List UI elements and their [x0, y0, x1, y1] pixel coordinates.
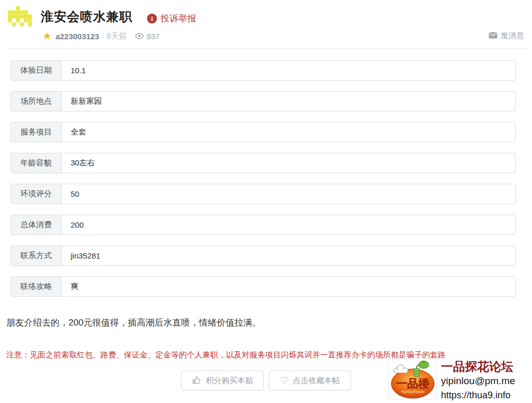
field-label: 总体消费 [10, 215, 62, 235]
field-label: 服务项目 [10, 122, 62, 142]
field-value[interactable]: 全套 [62, 122, 516, 142]
favorite-post-label: 点击收藏本帖 [293, 376, 340, 386]
field-value[interactable]: 200 [62, 215, 516, 235]
field-value[interactable]: 新新家园 [62, 91, 516, 111]
field-row-total-cost: 总体消费 200 [10, 215, 516, 235]
field-label: 联系方式 [10, 245, 62, 266]
report-label: 投诉举报 [161, 13, 196, 25]
field-row-experience-date: 体验日期 10.1 [10, 60, 516, 81]
field-value[interactable]: 10.1 [62, 60, 516, 81]
buy-post-label: 积分购买本贴 [206, 376, 253, 386]
site-logo: 一品楼 YipinlouForum [389, 358, 437, 400]
post-time: 8天前 [107, 31, 127, 41]
field-label: 体验日期 [10, 60, 62, 81]
send-message-label: 发消息 [501, 31, 524, 41]
post-title: 淮安会喷水兼职 [41, 8, 132, 25]
field-value[interactable]: jin35281 [62, 245, 516, 266]
field-row-age-looks: 年龄容貌 30左右 [10, 153, 516, 173]
envelope-icon [489, 31, 497, 40]
info-icon: i [147, 14, 157, 24]
field-label: 环境评分 [10, 184, 62, 204]
field-value[interactable]: 50 [62, 184, 516, 204]
field-label: 年龄容貌 [10, 153, 62, 173]
field-value[interactable]: 爽 [62, 276, 516, 297]
site-name: 一品探花论坛 [441, 359, 515, 374]
favorite-post-button[interactable]: ♡ 点击收藏本帖 [269, 371, 350, 390]
logo-subtext: YipinlouForum [401, 390, 425, 394]
thumbs-up-icon [192, 375, 201, 386]
site-email: yipinlou@pm.me [441, 374, 515, 388]
field-row-service: 服务项目 全套 [10, 122, 516, 142]
star-icon: ★ [43, 30, 51, 42]
send-message-button[interactable]: 发消息 [489, 31, 524, 41]
buy-post-button[interactable]: 积分购买本贴 [181, 371, 264, 390]
field-row-contact: 联系方式 jin35281 [10, 245, 516, 266]
logo-text: 一品楼 [397, 377, 430, 389]
site-info: 一品探花论坛 yipinlou@pm.me https://thua9.info [441, 359, 515, 402]
forum-pixel-icon [8, 6, 32, 32]
views-eye-icon [135, 33, 144, 39]
field-label: 场所地点 [10, 91, 62, 111]
field-label: 联络攻略 [10, 276, 62, 297]
heart-icon: ♡ [280, 376, 288, 385]
header-divider [5, 48, 527, 49]
field-row-location: 场所地点 新新家园 [10, 91, 516, 111]
field-row-env-score: 环境评分 50 [10, 184, 516, 204]
field-value[interactable]: 30左右 [62, 153, 516, 173]
view-count: 937 [146, 32, 160, 41]
site-url: https://thua9.info [441, 388, 515, 402]
field-row-contact-guide: 联络攻略 爽 [10, 276, 516, 297]
report-link[interactable]: i 投诉举报 [147, 13, 196, 25]
author-link[interactable]: a223003123 [55, 32, 99, 41]
review-text: 朋友介绍去的，200元很值得，插高潮后水直喷，情绪价值拉满。 [6, 316, 261, 330]
post-meta: ★ a223003123 8天前 937 [43, 30, 160, 42]
